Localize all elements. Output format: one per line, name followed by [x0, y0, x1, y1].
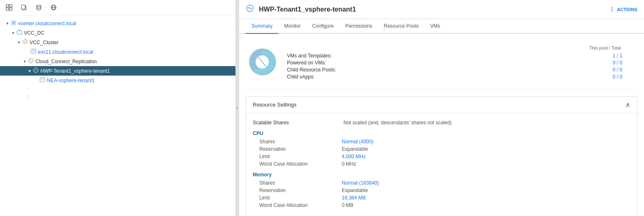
- resource-settings-title: Resource Settings: [253, 102, 296, 108]
- resource-settings-header: Resource Settings ∧: [246, 97, 637, 113]
- cpu-worst-case-row: Worst Case Allocation 0 MHz: [253, 161, 630, 167]
- tree-item-cloud-connect[interactable]: ▼ Cloud_Connect_Replication: [0, 57, 239, 66]
- expand-hwp-tenant[interactable]: ▼: [27, 69, 32, 74]
- tree-area: ▼ vcenter.cloudconnect.local ▼ VCC_DC: [0, 15, 239, 216]
- cpu-limit-row: Limit 4,000 MHz: [253, 154, 630, 159]
- mem-reservation-value: Expandable: [342, 188, 368, 193]
- memory-section-title: Memory: [253, 172, 630, 178]
- hwp-tenant-label: HWP-Tenant1_vsphere-tenant1: [40, 68, 110, 74]
- tab-resource-pools[interactable]: Resource Pools: [378, 19, 425, 34]
- scalable-shares-row: Scalable Shares Not scaled (and, descend…: [253, 120, 630, 126]
- vcenter-label: vcenter.cloudconnect.local: [18, 21, 76, 26]
- mem-reservation-row: Reservation Expandable: [253, 188, 630, 193]
- host-icon: [31, 48, 36, 55]
- tree-item-nea-vsphere[interactable]: NEA-vsphere-tenant1: [0, 76, 239, 85]
- cpu-shares-label: Shares: [259, 139, 342, 145]
- scalable-shares-label: Scalable Shares: [253, 120, 343, 126]
- svg-rect-3: [9, 8, 12, 10]
- resource-pool-icon: [28, 58, 34, 65]
- expand-nea[interactable]: [34, 78, 39, 83]
- expand-vcc-dc[interactable]: ▼: [11, 31, 16, 36]
- mem-shares-label: Shares: [259, 180, 342, 186]
- stat-label-0: VMs and Templates:: [287, 53, 332, 59]
- tab-vms[interactable]: VMs: [424, 19, 446, 34]
- stat-row-0: VMs and Templates: 1 / 1: [287, 53, 637, 59]
- svg-rect-5: [21, 5, 25, 9]
- stat-value-2: 0 / 0: [613, 67, 637, 73]
- tree-item-vcenter[interactable]: ▼ vcenter.cloudconnect.local: [0, 19, 239, 28]
- stats-header: This pool / Total: [287, 45, 637, 50]
- cpu-limit-value: 4,000 MHz: [342, 154, 366, 159]
- right-panel: HWP-Tenant1_vsphere-tenant1 ⋮ ACTIONS Su…: [239, 0, 644, 216]
- nea-vsphere-label: NEA-vsphere-tenant1: [47, 78, 94, 83]
- datacenter-icon: [16, 29, 22, 36]
- stat-label-2: Child Resource Pools:: [287, 67, 336, 73]
- tree-item-hwp-tenant[interactable]: ▼ HWP-Tenant1_vsphere-tenant1: [0, 66, 239, 76]
- cpu-shares-value: Normal (4000): [342, 139, 374, 145]
- cpu-shares-row: Shares Normal (4000): [253, 139, 630, 145]
- tab-permissions[interactable]: Permissions: [339, 19, 378, 34]
- stat-row-1: Powered on VMs: 0 / 0: [287, 60, 637, 66]
- stat-value-1: 0 / 0: [613, 60, 637, 66]
- tree-item-esx11[interactable]: esx11.cloudconnect.local: [0, 47, 239, 57]
- actions-dots-icon: ⋮: [609, 6, 616, 13]
- vcenter-icon: [11, 20, 16, 27]
- right-header-title: HWP-Tenant1_vsphere-tenant1: [259, 6, 356, 13]
- mem-worst-case-row: Worst Case Allocation 0 MB: [253, 202, 630, 208]
- svg-point-14: [24, 41, 26, 43]
- cpu-worst-case-value: 0 MHz: [342, 161, 356, 167]
- copy-icon[interactable]: [20, 3, 28, 12]
- collapse-handle[interactable]: ‹: [235, 0, 239, 216]
- left-panel: ▼ vcenter.cloudconnect.local ▼ VCC_DC: [0, 0, 239, 216]
- grid-icon[interactable]: [5, 3, 13, 12]
- svg-rect-16: [32, 50, 35, 51]
- cloud-connect-label: Cloud_Connect_Replication: [35, 59, 97, 64]
- cpu-reservation-row: Reservation Expandable: [253, 146, 630, 152]
- stat-row-3: Child vApps: 0 / 0: [287, 74, 637, 80]
- expand-esx11[interactable]: [25, 50, 30, 55]
- vm-icon: [40, 77, 45, 84]
- toolbar: [0, 0, 239, 15]
- mem-shares-value: Normal (163840): [342, 180, 379, 186]
- svg-rect-12: [18, 30, 21, 31]
- svg-rect-21: [41, 78, 44, 80]
- expand-vcc-cluster[interactable]: ▼: [16, 40, 21, 45]
- pie-chart: [246, 45, 279, 78]
- svg-rect-2: [6, 8, 9, 10]
- actions-button[interactable]: ⋮ ACTIONS: [609, 6, 638, 13]
- cpu-reservation-value: Expandable: [342, 146, 368, 152]
- tab-monitor[interactable]: Monitor: [278, 19, 306, 34]
- cpu-section-title: CPU: [253, 131, 630, 136]
- svg-rect-17: [32, 51, 35, 52]
- tabs-bar: Summary Monitor Configure Permissions Re…: [239, 19, 644, 34]
- svg-rect-1: [9, 5, 12, 7]
- resource-settings-section: Resource Settings ∧ Scalable Shares Not …: [246, 96, 637, 216]
- stat-value-3: 0 / 0: [613, 74, 637, 80]
- mem-shares-row: Shares Normal (163840): [253, 180, 630, 186]
- global-icon[interactable]: [49, 3, 58, 12]
- database-icon[interactable]: [35, 3, 43, 12]
- expand-vcenter[interactable]: ▼: [5, 21, 10, 26]
- tab-configure[interactable]: Configure: [306, 19, 339, 34]
- svg-rect-10: [12, 21, 15, 24]
- tree-spacer-2: –: [0, 92, 239, 99]
- cluster-icon: [22, 39, 28, 46]
- esx11-label: esx11.cloudconnect.local: [38, 49, 93, 55]
- tree-item-vcc-dc[interactable]: ▼ VCC_DC: [0, 28, 239, 38]
- actions-label: ACTIONS: [617, 7, 638, 12]
- tree-spacer-1: –: [0, 85, 239, 92]
- tab-summary[interactable]: Summary: [246, 19, 278, 34]
- summary-stats: This pool / Total VMs and Templates: 1 /…: [287, 45, 637, 81]
- mem-limit-row: Limit 16,384 MB: [253, 195, 630, 201]
- stat-label-3: Child vApps:: [287, 74, 315, 80]
- tree-item-vcc-cluster[interactable]: ▼ VCC_Cluster: [0, 38, 239, 47]
- content-area: This pool / Total VMs and Templates: 1 /…: [239, 34, 644, 216]
- expand-cloud-connect[interactable]: ▼: [22, 59, 27, 64]
- resource-pool-selected-icon: [33, 67, 39, 74]
- mem-worst-case-label: Worst Case Allocation: [259, 202, 342, 208]
- cpu-reservation-label: Reservation: [259, 146, 342, 152]
- right-header: HWP-Tenant1_vsphere-tenant1 ⋮ ACTIONS: [239, 0, 644, 19]
- collapse-icon[interactable]: ∧: [625, 101, 630, 109]
- stat-row-2: Child Resource Pools: 0 / 0: [287, 67, 637, 73]
- mem-worst-case-value: 0 MB: [342, 202, 353, 208]
